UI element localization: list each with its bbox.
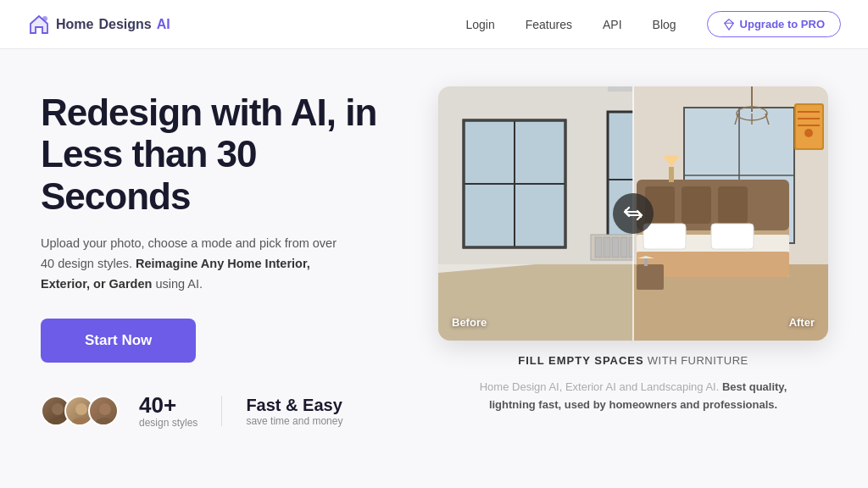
stat-fast: Fast & Easy save time and money	[246, 395, 342, 427]
hero-subtitle: Upload your photo, choose a mode and pic…	[41, 234, 346, 295]
comparison-caption: FILL EMPTY SPACES WITH FURNITURE	[518, 354, 748, 367]
hero-title: Redesign with AI, in Less than 30 Second…	[41, 92, 405, 217]
main-nav: Login Features API Blog Upgrade to PRO	[465, 11, 841, 37]
svg-point-2	[47, 418, 68, 426]
tagline: Home Design AI, Exterior AI and Landscap…	[455, 379, 811, 414]
stat-fast-title: Fast & Easy	[246, 395, 342, 415]
caption-plain: WITH FURNITURE	[644, 354, 748, 367]
svg-point-6	[95, 418, 115, 426]
swap-arrows-icon	[622, 202, 644, 225]
svg-rect-47	[682, 186, 711, 224]
stat-divider	[221, 396, 222, 426]
avatar-group	[41, 396, 119, 426]
caption-bold: FILL EMPTY SPACES	[518, 354, 643, 367]
logo-ai-text: AI	[157, 17, 170, 32]
stat-count: 40+	[139, 393, 198, 418]
stats-row: 40+ design styles Fast & Easy save time …	[41, 393, 405, 430]
svg-point-58	[804, 129, 813, 137]
nav-blog[interactable]: Blog	[653, 18, 676, 31]
svg-point-3	[75, 403, 87, 415]
tagline-plain: Home Design AI, Exterior AI and Landscap…	[480, 380, 720, 393]
svg-rect-21	[604, 237, 610, 258]
avatar-3	[88, 396, 119, 426]
svg-point-0	[42, 16, 47, 21]
diamond-icon	[723, 19, 735, 30]
upgrade-button[interactable]: Upgrade to PRO	[707, 11, 841, 37]
stat-designs: 40+ design styles	[139, 393, 198, 430]
svg-rect-50	[643, 224, 686, 249]
hero-subtitle-suffix: using AI.	[155, 277, 203, 291]
hero-subtitle-bold2: Garden	[109, 277, 153, 291]
nav-login[interactable]: Login	[465, 18, 494, 31]
before-label: Before	[452, 316, 487, 329]
svg-point-5	[99, 403, 111, 415]
logo-icon	[27, 13, 51, 36]
header: HomeDesignsAI Login Features API Blog Up…	[0, 0, 868, 49]
swap-button[interactable]	[613, 193, 654, 234]
svg-rect-22	[612, 237, 619, 258]
stat-fast-label: save time and money	[246, 415, 342, 427]
nav-features[interactable]: Features	[526, 18, 572, 31]
svg-rect-59	[669, 167, 674, 182]
logo-designs-text: Designs	[98, 17, 151, 32]
image-comparison: Before After	[438, 86, 828, 341]
svg-point-1	[52, 403, 64, 415]
svg-point-4	[71, 418, 92, 426]
svg-rect-23	[620, 237, 627, 258]
svg-rect-51	[711, 224, 754, 249]
left-panel: Redesign with AI, in Less than 30 Second…	[41, 83, 405, 429]
logo[interactable]: HomeDesignsAI	[27, 13, 170, 36]
after-label: After	[789, 316, 815, 329]
nav-api[interactable]: API	[603, 18, 622, 31]
stat-count-label: design styles	[139, 417, 198, 429]
svg-rect-20	[595, 237, 602, 258]
logo-home-text: Home	[56, 17, 93, 32]
start-now-button[interactable]: Start Now	[41, 319, 196, 363]
right-panel: Before After FILL EMPTY SPACES WITH FURN…	[432, 83, 834, 414]
svg-rect-61	[637, 264, 664, 290]
main-content: Redesign with AI, in Less than 30 Second…	[0, 49, 868, 488]
svg-rect-48	[718, 186, 748, 224]
